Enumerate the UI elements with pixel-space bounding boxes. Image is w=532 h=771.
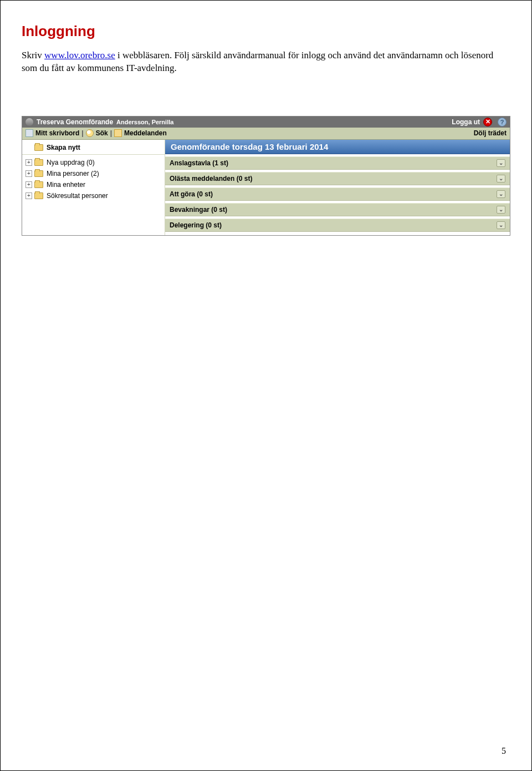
desktop-icon [25, 129, 33, 137]
panel-label: Olästa meddelanden (0 st) [170, 175, 252, 182]
app-brand: Treserva Genomförande [37, 118, 113, 126]
tree-item-search-results[interactable]: + Sökresultat personer [22, 190, 165, 201]
panel-delegering[interactable]: Delegering (0 st) ⌄ [165, 219, 510, 232]
tree-label: Mina personer (2) [47, 170, 99, 177]
tree-item-my-units[interactable]: + Mina enheter [22, 179, 165, 190]
folder-icon [34, 181, 43, 188]
close-icon[interactable]: ✕ [483, 118, 492, 126]
tree-label: Sökresultat personer [47, 192, 108, 200]
expand-icon[interactable]: + [25, 192, 32, 199]
chevron-down-icon[interactable]: ⌄ [497, 206, 505, 214]
tab-sep: | [81, 129, 83, 137]
hide-tree-link[interactable]: Dölj trädet [474, 129, 507, 137]
help-icon[interactable]: ? [498, 118, 507, 126]
document-page: Inloggning Skriv www.lov.orebro.se i web… [0, 0, 532, 771]
tree-label: Skapa nytt [47, 144, 80, 151]
panel-bevakningar[interactable]: Bevakningar (0 st) ⌄ [165, 203, 510, 216]
panel-label: Att göra (0 st) [170, 190, 213, 198]
panel-olasta[interactable]: Olästa meddelanden (0 st) ⌄ [165, 172, 510, 185]
panel-att-gora[interactable]: Att göra (0 st) ⌄ [165, 187, 510, 201]
folder-icon [34, 144, 43, 151]
tree-label: Mina enheter [47, 181, 85, 189]
expand-icon[interactable]: + [25, 181, 32, 188]
folder-icon [34, 192, 43, 199]
app-screenshot: Treserva Genomförande Andersson, Pernill… [22, 116, 510, 236]
folder-icon [34, 170, 43, 177]
panel-label: Anslagstavla (1 st) [170, 159, 228, 167]
tab-search[interactable]: Sök [96, 129, 108, 137]
page-number: 5 [502, 746, 506, 756]
tab-desktop[interactable]: Mitt skrivbord [35, 129, 79, 137]
tab-sep: | [110, 129, 112, 137]
tabs-bar: Mitt skrivbord | Sök | Meddelanden Dölj … [22, 128, 510, 140]
main-pane: Genomförande torsdag 13 februari 2014 An… [165, 140, 510, 235]
chevron-down-icon[interactable]: ⌄ [497, 175, 505, 182]
panel-anslagstavla[interactable]: Anslagstavla (1 st) ⌄ [165, 156, 510, 170]
app-titlebar: Treserva Genomförande Andersson, Pernill… [22, 116, 510, 128]
main-header: Genomförande torsdag 13 februari 2014 [165, 140, 510, 154]
search-icon [86, 129, 94, 137]
panel-label: Bevakningar (0 st) [170, 206, 227, 214]
tab-messages[interactable]: Meddelanden [124, 129, 167, 137]
tree-item-new-assignments[interactable]: + Nya uppdrag (0) [22, 157, 165, 168]
intro-pre: Skriv [22, 50, 44, 60]
tree-item-my-persons[interactable]: + Mina personer (2) [22, 168, 165, 179]
expand-icon[interactable]: + [25, 159, 32, 166]
mail-icon [114, 129, 122, 137]
tree-label: Nya uppdrag (0) [47, 159, 95, 166]
chevron-down-icon[interactable]: ⌄ [497, 159, 505, 167]
chevron-down-icon[interactable]: ⌄ [497, 221, 505, 229]
logged-in-user: Andersson, Pernilla [116, 119, 173, 125]
logout-link[interactable]: Logga ut [452, 118, 480, 126]
nav-tree: Skapa nytt + Nya uppdrag (0) + Mina pers… [22, 140, 165, 235]
app-icon [25, 118, 33, 126]
page-heading: Inloggning [22, 23, 510, 40]
intro-paragraph: Skriv www.lov.orebro.se i webbläsaren. F… [22, 49, 510, 75]
chevron-down-icon[interactable]: ⌄ [497, 190, 505, 198]
folder-icon [34, 159, 43, 166]
tree-item-create[interactable]: Skapa nytt [22, 142, 165, 155]
app-body: Skapa nytt + Nya uppdrag (0) + Mina pers… [22, 140, 510, 235]
expand-icon[interactable]: + [25, 170, 32, 177]
tree-noexpand [25, 144, 32, 151]
panel-label: Delegering (0 st) [170, 221, 222, 229]
intro-link[interactable]: www.lov.orebro.se [44, 50, 115, 60]
